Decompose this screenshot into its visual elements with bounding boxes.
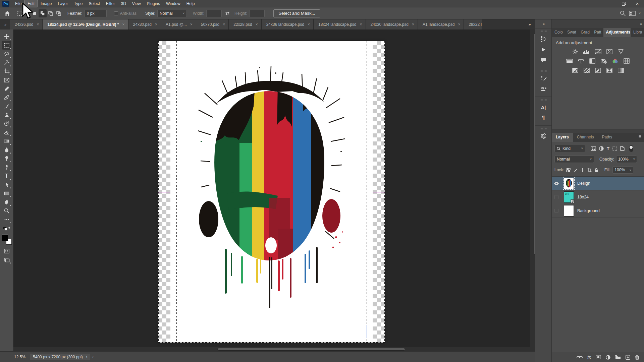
adjustment-gradient-map-icon[interactable]: [606, 67, 613, 73]
hand-tool[interactable]: [2, 198, 11, 206]
brush-tool[interactable]: [2, 102, 11, 111]
edit-toolbar-button[interactable]: [2, 215, 11, 224]
visibility-off-box[interactable]: [554, 195, 558, 199]
dodge-tool[interactable]: [2, 154, 11, 163]
paragraph-panel-button[interactable]: ¶: [538, 113, 549, 123]
default-swap-colors-control[interactable]: [2, 226, 11, 233]
restore-button[interactable]: [617, 0, 631, 7]
adjustment-threshold-icon[interactable]: [594, 67, 602, 73]
layer-name[interactable]: Design: [577, 181, 590, 186]
select-and-mask-button[interactable]: Select and Mask...: [273, 9, 320, 17]
path-selection-tool[interactable]: [2, 180, 11, 189]
tab-close-icon[interactable]: ×: [458, 22, 460, 27]
home-button[interactable]: [3, 9, 11, 18]
zoom-level-field[interactable]: 12.5%: [14, 355, 25, 359]
blur-tool[interactable]: [2, 145, 11, 154]
document-info-field[interactable]: 5400 px x 7200 px (300 ppi) ›: [30, 354, 90, 360]
subtract-selection-button[interactable]: [47, 9, 55, 17]
minimize-button[interactable]: —: [604, 0, 617, 7]
layer-name[interactable]: Background: [577, 208, 600, 213]
healing-brush-tool[interactable]: [2, 93, 11, 102]
visibility-cell[interactable]: [552, 177, 561, 190]
lock-all-icon[interactable]: [594, 168, 598, 172]
menu-item[interactable]: Plugins: [144, 0, 163, 7]
photoshop-logo[interactable]: Ps: [2, 1, 9, 7]
layer-row-18x24[interactable]: 3:4 18x24: [552, 190, 644, 204]
type-tool[interactable]: T: [2, 172, 11, 180]
layer-name[interactable]: 18x24: [577, 195, 589, 199]
tab-close-icon[interactable]: ×: [360, 22, 362, 27]
opacity-dropdown[interactable]: 100% ˅: [616, 156, 637, 163]
visibility-cell[interactable]: [552, 204, 561, 218]
blend-mode-dropdown[interactable]: Normal ˅: [554, 156, 594, 163]
close-button[interactable]: ×: [631, 0, 644, 7]
search-icon[interactable]: [620, 10, 626, 16]
status-back-chevron-icon[interactable]: ‹: [92, 355, 94, 359]
layers-panel-tab[interactable]: Layers: [552, 133, 573, 142]
frame-tool[interactable]: [2, 76, 11, 84]
dock-divider[interactable]: [552, 129, 644, 133]
layer-row-background[interactable]: Background: [552, 204, 644, 218]
status-chevron-icon[interactable]: ›: [86, 355, 88, 359]
menu-item[interactable]: Help: [183, 0, 198, 7]
document-canvas[interactable]: [158, 41, 385, 343]
adjustment-black-white-icon[interactable]: [589, 58, 596, 64]
canvas-pasteboard[interactable]: [13, 29, 530, 351]
quick-mask-button[interactable]: [2, 247, 11, 255]
layers-panel-tab[interactable]: Channels: [573, 133, 598, 142]
fill-dropdown[interactable]: 100% ˅: [612, 166, 633, 174]
new-group-icon[interactable]: [615, 355, 621, 359]
new-adjustment-layer-icon[interactable]: [606, 355, 610, 360]
adjustment-selective-color-icon[interactable]: [617, 67, 625, 73]
lock-position-icon[interactable]: [580, 168, 585, 172]
layers-menu-icon[interactable]: ≡: [636, 134, 644, 139]
document-tab[interactable]: 22x28.psd ×: [229, 19, 261, 29]
document-tab[interactable]: A1 landscape.psd ×: [418, 19, 464, 29]
screen-mode-button[interactable]: [2, 255, 11, 264]
swap-dimensions-button[interactable]: [223, 9, 232, 18]
panel-grip[interactable]: [540, 128, 547, 129]
horizontal-scrollbar-thumb[interactable]: [217, 348, 405, 351]
panel-grip[interactable]: [540, 70, 547, 72]
visibility-cell[interactable]: [552, 190, 561, 204]
document-tab[interactable]: 24x36.psd ×: [10, 19, 43, 29]
adjustment-posterize-icon[interactable]: [583, 67, 590, 73]
rectangular-marquee-tool[interactable]: [2, 41, 11, 50]
layer-filter-kind-dropdown[interactable]: Kind ˅: [554, 145, 585, 152]
brushes-panel-button[interactable]: [538, 84, 549, 95]
adjustment-photo-filter-icon[interactable]: [600, 58, 607, 64]
panel-tab[interactable]: Patt: [591, 28, 603, 37]
dock-collapse-chevron[interactable]: »: [552, 19, 644, 28]
filter-type-layers-icon[interactable]: T: [607, 146, 609, 151]
layer-effects-icon[interactable]: fx: [587, 355, 591, 360]
tab-close-icon[interactable]: ×: [190, 22, 193, 27]
workspace-icon[interactable]: [629, 11, 636, 16]
history-brush-tool[interactable]: [2, 119, 11, 128]
color-swatches-control[interactable]: [2, 235, 12, 245]
lock-pixels-icon[interactable]: [573, 168, 578, 172]
adjustment-exposure-icon[interactable]: [606, 49, 613, 55]
adjustment-levels-icon[interactable]: [583, 49, 590, 55]
tab-close-icon[interactable]: ×: [223, 22, 225, 27]
filter-smart-objects-icon[interactable]: [620, 146, 625, 151]
adjustment-hue-saturation-icon[interactable]: [566, 58, 573, 64]
layers-panel-tab[interactable]: Paths: [598, 133, 616, 142]
panel-tab[interactable]: Grad: [578, 28, 591, 37]
filter-pixel-layers-icon[interactable]: [591, 146, 596, 151]
zoom-tool[interactable]: [2, 206, 11, 215]
layer-thumbnail[interactable]: [564, 205, 574, 217]
panel-tab[interactable]: Adjustments: [603, 28, 631, 37]
adjustment-invert-icon[interactable]: [572, 67, 579, 73]
antialias-control[interactable]: Anti-alias: [114, 11, 137, 16]
lock-transparency-icon[interactable]: [566, 168, 571, 172]
intersect-selection-button[interactable]: [55, 9, 63, 17]
menu-item[interactable]: 3D: [118, 0, 129, 7]
pen-tool[interactable]: [2, 163, 11, 172]
menu-item[interactable]: Layer: [55, 0, 71, 7]
panel-grip[interactable]: [540, 99, 547, 101]
adjustment-color-balance-icon[interactable]: [577, 58, 585, 64]
visibility-off-box[interactable]: [554, 209, 558, 213]
vertical-scrollbar[interactable]: [530, 29, 535, 351]
document-tab[interactable]: 18x24.psd @ 12.5% (Design, RGB/8) * ×: [43, 19, 128, 29]
tab-close-icon[interactable]: ×: [37, 22, 39, 27]
